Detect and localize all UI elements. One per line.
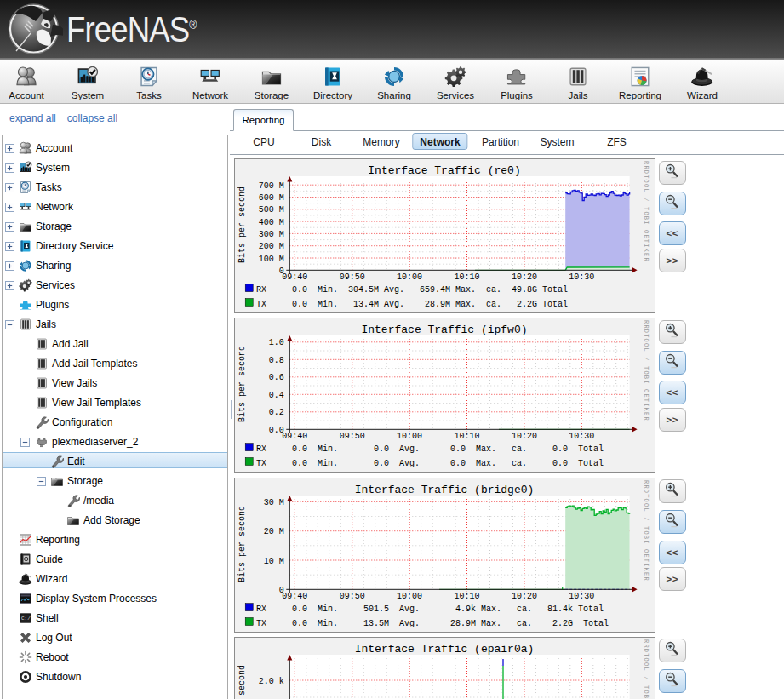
svg-text:500 M: 500 M [259, 205, 284, 215]
svg-text:400 M: 400 M [259, 218, 284, 227]
svg-text:09:40: 09:40 [282, 432, 307, 441]
svg-text:Interface Traffic (re0): Interface Traffic (re0) [368, 164, 520, 177]
svg-text:10:30: 10:30 [569, 591, 594, 600]
svg-text:RRDTOOL / TOBI OETIKER: RRDTOOL / TOBI OETIKER [643, 480, 650, 582]
svg-text:1.0: 1.0 [269, 339, 284, 348]
svg-text:09:40: 09:40 [282, 591, 307, 600]
svg-text:10:10: 10:10 [454, 591, 479, 600]
svg-text:09:50: 09:50 [340, 272, 365, 282]
svg-text:RRDTOOL / TOBI OETIKER: RRDTOOL / TOBI OETIKER [643, 639, 650, 699]
svg-text:RRDTOOL / TOBI OETIKER: RRDTOOL / TOBI OETIKER [643, 161, 650, 262]
svg-text:10:10: 10:10 [454, 432, 479, 441]
svg-text:10:20: 10:20 [512, 591, 537, 600]
svg-text:Bits per second: Bits per second [237, 186, 247, 263]
svg-text:Interface Traffic (bridge0): Interface Traffic (bridge0) [355, 483, 535, 496]
svg-text:Bits per second: Bits per second [237, 346, 247, 422]
svg-text:20 M: 20 M [264, 527, 284, 536]
svg-text:600 M: 600 M [259, 193, 284, 203]
svg-text:RRDTOOL / TOBI OETIKER: RRDTOOL / TOBI OETIKER [643, 320, 650, 421]
svg-text:300 M: 300 M [259, 230, 284, 239]
svg-text:Bits per second: Bits per second [237, 665, 247, 699]
svg-text:09:40: 09:40 [282, 272, 307, 282]
svg-text:0.8: 0.8 [269, 356, 284, 365]
svg-text:Interface Traffic (ipfw0): Interface Traffic (ipfw0) [361, 324, 527, 336]
svg-text:RX 0.0 Min. 0.0 Av: RX 0.0 Min. 0.0 Avg. 0.0 Max. ca. 0.0 To… [256, 444, 604, 454]
svg-text:TX 0.0 Min. 13.5M Av: TX 0.0 Min. 13.5M Avg. 28.9M Max. ca. 2.… [256, 618, 609, 627]
svg-text:200 M: 200 M [259, 242, 284, 251]
svg-text:700 M: 700 M [259, 181, 284, 191]
svg-text:10:30: 10:30 [569, 432, 594, 441]
svg-text:RX 0.0 Min. 501.5 Av: RX 0.0 Min. 501.5 Avg. 4.9k Max. ca. 81.… [256, 604, 604, 613]
svg-text:10:10: 10:10 [454, 272, 479, 282]
svg-text:10:20: 10:20 [512, 272, 537, 282]
svg-text:10 M: 10 M [264, 556, 284, 565]
svg-text:09:50: 09:50 [340, 432, 365, 441]
svg-text:RX 0.0 Min. 304.5M Avg.: RX 0.0 Min. 304.5M Avg. 659.4M Max. ca. … [256, 285, 568, 295]
svg-text:TX 0.0 Min. 13.4M Avg.: TX 0.0 Min. 13.4M Avg. 28.9M Max. ca. 2.… [256, 300, 568, 309]
svg-text:TX 0.0 Min. 0.0 Av: TX 0.0 Min. 0.0 Avg. 0.0 Max. ca. 0.0 To… [256, 459, 604, 468]
svg-text:0.2: 0.2 [269, 409, 284, 418]
svg-text:10:00: 10:00 [397, 272, 422, 282]
svg-text:10:00: 10:00 [397, 432, 422, 441]
svg-text:09:50: 09:50 [340, 591, 365, 600]
svg-text:Interface Traffic (epair0a): Interface Traffic (epair0a) [355, 642, 535, 655]
svg-text:2.0 k: 2.0 k [259, 676, 284, 685]
svg-text:10:30: 10:30 [569, 272, 594, 282]
svg-text:Bits per second: Bits per second [237, 506, 247, 582]
svg-text:100 M: 100 M [259, 255, 284, 264]
svg-text:0.6: 0.6 [269, 374, 284, 383]
svg-text:10:00: 10:00 [397, 591, 422, 600]
svg-text:30 M: 30 M [264, 497, 284, 507]
svg-text:10:20: 10:20 [512, 432, 537, 441]
svg-text:0.4: 0.4 [269, 391, 284, 400]
